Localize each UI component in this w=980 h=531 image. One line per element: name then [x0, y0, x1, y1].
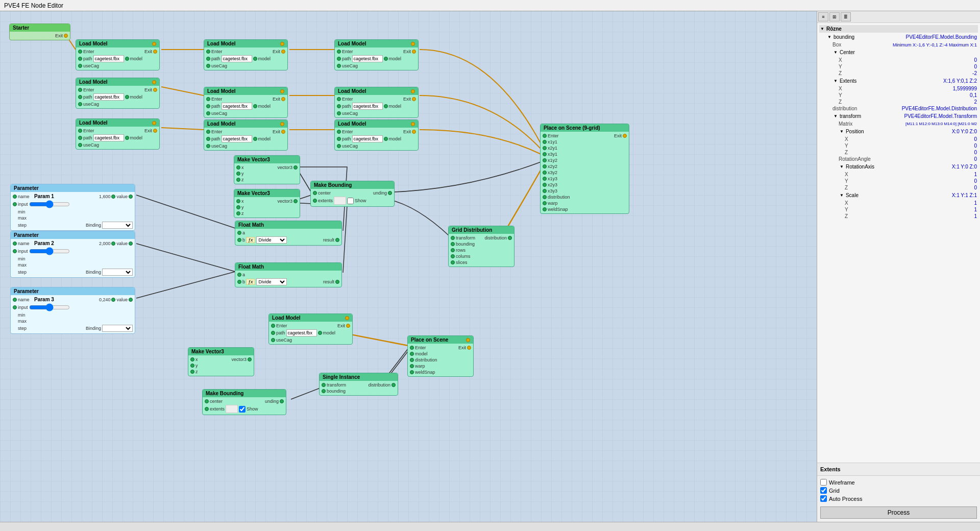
lm8-path-input[interactable]	[222, 135, 252, 142]
place-on-scene-node: Place on Scene EnterExit model distribut…	[407, 335, 474, 377]
rotation-angle-row: RotationAngle 0	[838, 156, 978, 162]
load-model-node-10: Load Model EnterExit pathmodel useCag	[268, 313, 353, 345]
property-tree: ▼ Rôzne ▼ bounding PVE4EditorFE.Model.Bo…	[817, 23, 980, 463]
float-math-node-2: Float Math a bƒxDivideresult	[235, 262, 342, 287]
load-model-node-9: Load Model EnterExit pathmodel useCag	[334, 119, 419, 151]
mb1-show[interactable]	[347, 198, 354, 204]
distribution-row: distribution PVE4EditorFE.Model.Distribu…	[831, 105, 978, 112]
lm1-path-input[interactable]	[93, 55, 124, 62]
param3-binding[interactable]	[102, 325, 133, 332]
grid-label: Grid	[820, 487, 977, 494]
make-bounding-node-2: Make Bounding centerunding extentsShow	[202, 389, 286, 415]
box-row: Box Minimum X:-1,6 Y:-0,1 Z:-4 Maximum X…	[831, 41, 978, 48]
extents-x-row: X 1,5999999	[838, 85, 978, 92]
rozne-section: ▼ Rôzne ▼ bounding PVE4EditorFE.Model.Bo…	[819, 25, 978, 220]
canvas[interactable]: Starter Exit Load Model EnterExit pathmo…	[0, 11, 817, 522]
float-math-node-1: Float Math a bƒxDivideresult	[235, 221, 342, 246]
scale-header-row: ▼ Scale X:1 Y:1 Z:1	[838, 191, 978, 200]
load-model-node-4: Load Model EnterExit pathmodel useCag	[76, 78, 160, 109]
transform-row: ▼ transform PVE4EditorFE.Model.Transform	[831, 112, 978, 120]
center-y-row: Y 0	[838, 63, 978, 70]
lm10-path-input[interactable]	[286, 329, 317, 336]
center-z-row: Z -2	[838, 70, 978, 77]
bounding-row: ▼ bounding PVE4EditorFE.Model.Bounding	[825, 33, 978, 41]
fm1-op[interactable]: Divide	[256, 236, 287, 244]
load-model-node-8: Load Model EnterExit pathmodel useCag	[204, 119, 288, 151]
wireframe-label: Wireframe	[820, 479, 977, 486]
lm6-path-input[interactable]	[352, 103, 383, 110]
load-model-node-2: Load Model EnterExit pathmodel useCag	[204, 39, 288, 70]
main-layout: Starter Exit Load Model EnterExit pathmo…	[0, 11, 980, 522]
param2-slider[interactable]	[29, 247, 70, 255]
app-title: PVE4 FE Node Editor	[4, 2, 63, 9]
lm4-path-input[interactable]	[93, 93, 124, 101]
starter-node: Starter Exit	[9, 23, 70, 40]
sort-button[interactable]: ≡	[818, 12, 828, 21]
param1-slider[interactable]	[29, 200, 70, 208]
make-bounding-node-1: Make Bounding centerunding extentsShow	[310, 181, 395, 207]
fm2-op[interactable]: Divide	[256, 278, 287, 285]
extents-y-row: Y 0,1	[838, 92, 978, 99]
grid-checkbox[interactable]	[820, 487, 827, 494]
rp-bottom: Wireframe Grid Auto Process Process	[817, 475, 980, 522]
load-model-node-6: Load Model EnterExit pathmodel useCag	[334, 87, 419, 118]
rot-z-row: Z 0	[844, 184, 978, 191]
scale-x-row: X 1	[844, 200, 978, 206]
pos-x-row: X 0	[844, 136, 978, 142]
place-on-scene-9grid-node: Place on Scene (9-grid) EnterExit x1y1 x…	[540, 124, 629, 214]
scale-z-row: Z 1	[844, 213, 978, 220]
load-model-node-3: Load Model EnterExit pathmodel useCag	[334, 39, 419, 70]
extents-header-row: ▼ Extents X:1,6 Y:0,1 Z:2	[831, 77, 978, 85]
rot-y-row: Y 0	[844, 178, 978, 184]
process-button[interactable]: Process	[820, 506, 977, 519]
make-vector3-node-3: Make Vector3 xvector3 y z	[188, 347, 254, 376]
right-panel: ≡ ⊞ ≣ ▼ Rôzne ▼ bounding	[817, 11, 980, 522]
rozne-header[interactable]: ▼ Rôzne	[819, 25, 978, 33]
list-button[interactable]: ≣	[841, 12, 851, 21]
pos-z-row: Z 0	[844, 149, 978, 156]
mb2-show[interactable]	[239, 406, 246, 413]
pos-y-row: Y 0	[844, 142, 978, 149]
starter-exit-port	[64, 34, 68, 38]
center-x-row: X 0	[838, 57, 978, 63]
parameter-node-3: Parameter nameParam 30,240value input mi…	[10, 287, 135, 334]
param2-binding[interactable]	[102, 269, 133, 276]
rotation-axis-header-row: ▼ RotationAxis X:1 Y:0 Z:0	[838, 162, 978, 171]
lm3-path-input[interactable]	[352, 55, 383, 62]
load-model-node-5: Load Model EnterExit pathmodel useCag	[204, 87, 288, 118]
make-vector3-node-1: Make Vector3 xvector3 y z	[234, 155, 300, 184]
rot-x-row: X 1	[844, 171, 978, 178]
rp-toolbar: ≡ ⊞ ≣	[817, 11, 980, 23]
parameter-node-2: Parameter nameParam 22,000value input mi…	[10, 231, 135, 278]
position-header-row: ▼ Position X:0 Y:0 Z:0	[838, 127, 978, 136]
grid-distribution-node: Grid Distribution transformdistribution …	[448, 226, 514, 267]
parameter-node-1: Parameter nameParam 11,600value input mi…	[10, 184, 135, 231]
lm2-path-input[interactable]	[222, 55, 252, 62]
load-model-node-1: Load Model EnterExit pathmodel useCag	[76, 39, 160, 70]
extents-z-row: Z 2	[838, 99, 978, 105]
lm7-path-input[interactable]	[93, 134, 124, 141]
auto-process-checkbox[interactable]	[820, 495, 827, 502]
param1-binding[interactable]	[102, 222, 133, 229]
titlebar: PVE4 FE Node Editor	[0, 0, 980, 11]
param3-slider[interactable]	[29, 303, 70, 311]
lm5-path-input[interactable]	[222, 103, 252, 110]
scale-y-row: Y 1	[844, 206, 978, 213]
make-vector3-node-2: Make Vector3 xvector3 y z	[234, 189, 300, 218]
center-header-row: ▼ Center	[831, 48, 978, 57]
grid-button[interactable]: ⊞	[829, 12, 840, 21]
extents-section-label: Extents	[817, 463, 980, 475]
matrix-row: Matrix [M11:1 M12:0 M13:0 M14:0] [M21:0 …	[838, 120, 978, 127]
starter-title: Starter	[10, 24, 70, 32]
load-model-node-7: Load Model EnterExit pathmodel useCag	[76, 118, 160, 150]
lm9-path-input[interactable]	[352, 135, 383, 142]
auto-process-label: Auto Process	[820, 495, 977, 502]
single-instance-node: Single Instance transformdistribution bo…	[319, 373, 398, 396]
statusbar	[0, 522, 980, 531]
wireframe-checkbox[interactable]	[820, 479, 827, 486]
